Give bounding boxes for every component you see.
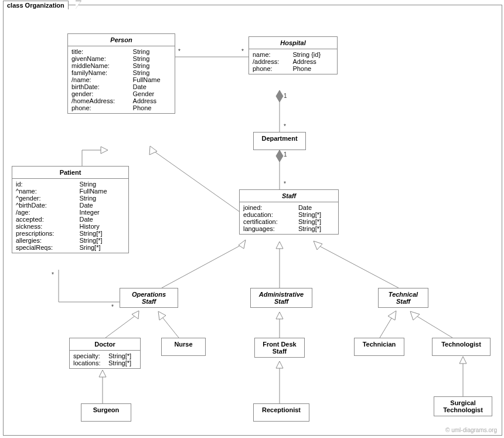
class-hospital: Hospital name:String {id}/address:Addres… xyxy=(248,36,338,74)
class-surgeon: Surgeon xyxy=(81,403,131,422)
multiplicity: * xyxy=(241,48,244,55)
class-title: Administrative Staff xyxy=(251,288,312,307)
multiplicity: * xyxy=(284,181,286,187)
class-title: Patient xyxy=(12,167,128,179)
class-patient: Patient id:String^name:FullName^gender:S… xyxy=(12,166,129,253)
class-person: Person title:StringgivenName:Stringmiddl… xyxy=(67,33,175,114)
class-title: Surgeon xyxy=(81,404,131,416)
class-staff: Staff joined:Dateeducation:String[*]cert… xyxy=(239,189,339,235)
class-title: Person xyxy=(68,34,175,46)
multiplicity: 1 xyxy=(284,93,287,99)
class-nurse: Nurse xyxy=(161,338,206,356)
multiplicity: * xyxy=(52,271,54,278)
class-title: Technician xyxy=(355,338,404,350)
class-title: Technical Staff xyxy=(379,288,428,307)
uml-diagram: class Organization xyxy=(0,0,504,438)
class-title: Operations Staff xyxy=(120,288,178,307)
class-body: title:StringgivenName:StringmiddleName:S… xyxy=(68,46,175,113)
multiplicity: 1 xyxy=(284,151,287,158)
multiplicity: * xyxy=(178,48,181,55)
class-title: Technologist xyxy=(433,338,490,350)
class-technologist: Technologist xyxy=(432,338,491,356)
multiplicity: * xyxy=(111,304,114,310)
class-department: Department xyxy=(253,132,306,150)
class-technical-staff: Technical Staff xyxy=(378,288,428,308)
class-title: Receptionist xyxy=(254,404,309,416)
watermark: © uml-diagrams.org xyxy=(445,427,497,433)
class-front-desk-staff: Front Desk Staff xyxy=(254,338,305,358)
multiplicity: * xyxy=(284,123,286,130)
class-title: Staff xyxy=(240,190,338,202)
class-title: Doctor xyxy=(70,338,140,351)
class-title: Front Desk Staff xyxy=(255,338,304,357)
frame-tab-notch-inner xyxy=(76,1,81,9)
class-title: Department xyxy=(254,133,305,144)
class-body: joined:Dateeducation:String[*]certificat… xyxy=(240,202,338,234)
class-technician: Technician xyxy=(354,338,404,356)
class-operations-staff: Operations Staff xyxy=(120,288,178,308)
frame-title: class Organization xyxy=(3,1,69,9)
class-body: specialty:String[*]locations:String[*] xyxy=(70,351,140,368)
class-body: id:String^name:FullName^gender:String^bi… xyxy=(12,179,128,253)
class-receptionist: Receptionist xyxy=(253,403,309,422)
class-surgical-technologist: Surgical Technologist xyxy=(434,396,492,416)
class-administrative-staff: Administrative Staff xyxy=(250,288,312,308)
class-doctor: Doctor specialty:String[*]locations:Stri… xyxy=(69,338,141,369)
class-title: Hospital xyxy=(249,37,337,49)
class-title: Surgical Technologist xyxy=(434,397,492,416)
class-body: name:String {id}/address:Addressphone:Ph… xyxy=(249,49,337,74)
class-title: Nurse xyxy=(162,338,205,350)
